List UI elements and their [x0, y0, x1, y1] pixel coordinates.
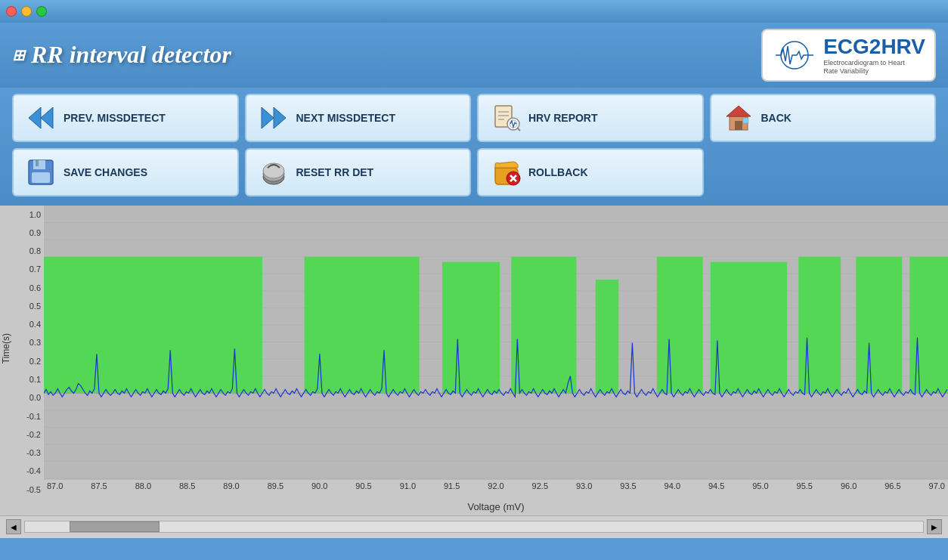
svg-marker-4 — [262, 107, 274, 128]
back-icon — [723, 103, 754, 133]
app-icon: ⊞ — [12, 46, 25, 64]
maximize-button[interactable] — [36, 6, 47, 17]
back-button[interactable]: BACK — [710, 94, 937, 142]
hrv-report-icon — [491, 103, 521, 133]
chart-svg — [44, 206, 948, 480]
save-changes-label: SAVE CHANGES — [64, 166, 147, 178]
rollback-icon — [491, 157, 521, 187]
svg-rect-51 — [798, 256, 841, 393]
svg-rect-46 — [442, 261, 500, 393]
app-title-container: ⊞ RR interval detector — [12, 41, 231, 69]
toolbar: PREV. MISSDETECT NEXT MISSDETECT HRV REP… — [0, 88, 948, 206]
svg-rect-20 — [32, 172, 50, 183]
next-missdetect-icon — [259, 103, 289, 133]
chart-container: Time(s) 1.0 0.9 0.8 0.7 0.6 0.5 0.4 0.3 … — [0, 206, 948, 515]
close-button[interactable] — [6, 6, 17, 17]
reset-rr-det-button[interactable]: RESET RR DET — [245, 148, 472, 196]
y-axis-label: Time(s) — [1, 333, 11, 364]
save-changes-button[interactable]: SAVE CHANGES — [12, 148, 239, 196]
logo-text: ECG2HRV — [823, 35, 925, 58]
chart-area: 87.0 87.5 88.0 88.5 89.0 89.5 90.0 90.5 … — [44, 206, 948, 515]
x-axis-label: Voltage (mV) — [44, 501, 948, 515]
svg-rect-50 — [711, 261, 787, 393]
logo-text-container: ECG2HRV Electrocardiogram to Heart Rate … — [823, 35, 925, 76]
title-bar — [0, 0, 948, 23]
prev-missdetect-button[interactable]: PREV. MISSDETECT — [12, 94, 239, 142]
prev-missdetect-label: PREV. MISSDETECT — [64, 112, 166, 124]
svg-rect-16 — [743, 118, 748, 123]
svg-rect-44 — [44, 256, 262, 393]
back-label: BACK — [761, 112, 792, 124]
ecg-logo-graphic — [772, 40, 817, 70]
svg-rect-49 — [657, 256, 703, 393]
header: ⊞ RR interval detector ECG2HRV Electroca… — [0, 23, 948, 88]
prev-missdetect-icon — [26, 103, 56, 133]
svg-marker-14 — [726, 106, 751, 116]
toolbar-empty-cell — [710, 148, 937, 196]
scroll-left-button[interactable]: ◀ — [6, 519, 21, 534]
reset-rr-det-icon — [259, 157, 289, 187]
next-missdetect-button[interactable]: NEXT MISSDETECT — [245, 94, 472, 142]
logo-box: ECG2HRV Electrocardiogram to Heart Rate … — [761, 29, 936, 82]
hrv-report-button[interactable]: HRV REPORT — [477, 94, 704, 142]
scrollbar[interactable]: ◀ ▶ — [0, 515, 948, 538]
svg-marker-2 — [29, 107, 41, 128]
svg-rect-15 — [735, 121, 742, 130]
svg-marker-3 — [41, 107, 53, 128]
svg-rect-19 — [36, 160, 39, 166]
app-title: RR interval detector — [31, 41, 231, 69]
scroll-track[interactable] — [24, 521, 924, 533]
svg-rect-47 — [511, 256, 576, 393]
svg-rect-52 — [856, 256, 902, 393]
svg-line-11 — [517, 128, 520, 131]
svg-rect-45 — [305, 256, 420, 393]
save-changes-icon — [26, 157, 56, 187]
x-axis-ticks: 87.0 87.5 88.0 88.5 89.0 89.5 90.0 90.5 … — [44, 480, 948, 501]
rollback-label: ROLLBACK — [528, 166, 588, 178]
reset-rr-det-label: RESET RR DET — [296, 166, 374, 178]
svg-rect-18 — [33, 160, 45, 169]
logo-subtext: Electrocardiogram to Heart Rate Variabil… — [823, 59, 914, 76]
svg-rect-48 — [596, 280, 618, 393]
svg-marker-5 — [274, 107, 286, 128]
scroll-thumb[interactable] — [70, 521, 160, 532]
svg-rect-53 — [909, 256, 948, 393]
next-missdetect-label: NEXT MISSDETECT — [296, 112, 395, 124]
rollback-button[interactable]: ROLLBACK — [477, 148, 704, 196]
minimize-button[interactable] — [21, 6, 32, 17]
scroll-right-button[interactable]: ▶ — [927, 519, 942, 534]
y-axis-ticks: 1.0 0.9 0.8 0.7 0.6 0.5 0.4 0.3 0.2 0.1 … — [12, 206, 44, 515]
hrv-report-label: HRV REPORT — [528, 112, 598, 124]
